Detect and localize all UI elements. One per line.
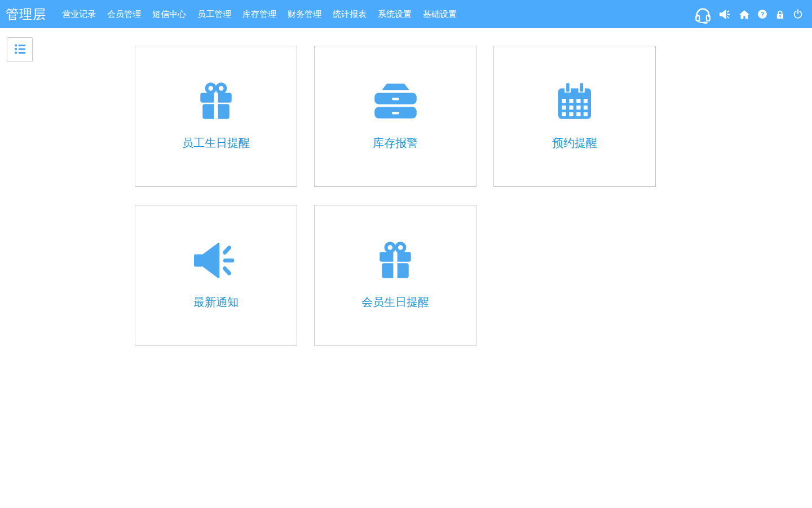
volume-icon[interactable] — [720, 9, 731, 20]
card-member-birthday[interactable]: 会员生日提醒 — [314, 205, 476, 346]
drawers-icon — [373, 75, 418, 128]
card-inventory-alarm[interactable]: 库存报警 — [314, 46, 476, 187]
help-icon[interactable]: ? — [757, 9, 767, 19]
card-label: 会员生日提醒 — [361, 295, 429, 310]
power-icon[interactable] — [793, 9, 803, 19]
card-label: 最新通知 — [193, 295, 239, 310]
menu-item-statistics-reports[interactable]: 统计报表 — [327, 0, 372, 28]
brand-title[interactable]: 管理层 — [0, 6, 53, 23]
card-label: 预约提醒 — [552, 135, 597, 151]
dashboard-cards: 员工生日提醒 库存报警 — [135, 46, 656, 346]
list-icon — [12, 41, 28, 59]
list-toggle-button[interactable] — [7, 37, 33, 62]
menu-item-finance-management[interactable]: 财务管理 — [282, 0, 327, 28]
navbar-icon-group: ? — [694, 5, 812, 24]
card-latest-notice[interactable]: 最新通知 — [135, 205, 297, 346]
help-glyph: ? — [761, 11, 765, 17]
announcement-icon — [194, 234, 238, 287]
gift-icon — [377, 234, 414, 287]
menu-item-inventory-management[interactable]: 库存管理 — [237, 0, 282, 28]
gift-icon — [197, 75, 235, 128]
card-staff-birthday[interactable]: 员工生日提醒 — [135, 46, 297, 187]
menu-item-business-records[interactable]: 营业记录 — [56, 0, 102, 28]
calendar-icon — [556, 75, 593, 128]
card-label: 库存报警 — [373, 135, 418, 151]
main-menu: 营业记录 会员管理 短信中心 员工管理 库存管理 财务管理 统计报表 系统设置 … — [56, 0, 462, 28]
menu-item-staff-management[interactable]: 员工管理 — [192, 0, 237, 28]
menu-item-sms-center[interactable]: 短信中心 — [147, 0, 192, 28]
top-navbar: 管理层 营业记录 会员管理 短信中心 员工管理 库存管理 财务管理 统计报表 系… — [0, 0, 812, 28]
card-appointment-reminder[interactable]: 预约提醒 — [493, 46, 656, 187]
lock-icon[interactable] — [775, 10, 785, 19]
menu-item-system-settings[interactable]: 系统设置 — [372, 0, 417, 28]
card-label: 员工生日提醒 — [182, 135, 250, 151]
menu-item-member-management[interactable]: 会员管理 — [102, 0, 147, 28]
home-icon[interactable] — [739, 10, 749, 19]
menu-item-basic-settings[interactable]: 基础设置 — [417, 0, 462, 28]
headset-icon[interactable] — [694, 5, 712, 24]
